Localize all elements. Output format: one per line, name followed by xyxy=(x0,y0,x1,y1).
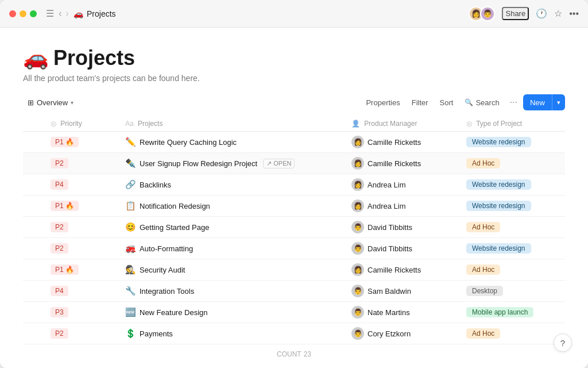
project-cell[interactable]: ✒️ User Signup Flow Redesign Project ↗ O… xyxy=(121,153,347,174)
priority-badge[interactable]: P1 🔥 xyxy=(51,137,79,147)
more-icon[interactable]: ••• xyxy=(569,9,579,19)
row-drag-icon[interactable]: ⠿ xyxy=(30,223,36,232)
table-row[interactable]: + ⠿ P4 🔧 Integration Tools 👨 Sam Baldwin… xyxy=(23,281,565,302)
search-button[interactable]: 🔍 Search xyxy=(460,96,504,109)
row-drag-icon[interactable]: ⠿ xyxy=(30,329,36,338)
pm-name[interactable]: Camille Ricketts xyxy=(368,138,421,147)
priority-badge[interactable]: P2 xyxy=(51,158,68,168)
project-name[interactable]: Notification Redesign xyxy=(140,202,210,210)
priority-badge[interactable]: P1 🔥 xyxy=(51,201,79,211)
new-button[interactable]: New ▾ xyxy=(523,94,565,110)
table-row[interactable]: + ⠿ P2 🚒 Auto-Formatting 👨 David Tibbitt… xyxy=(23,238,565,259)
table-row[interactable]: + ⠿ P1 🔥 🕵️ Security Audit 👩 Camille Ric… xyxy=(23,259,565,281)
project-cell[interactable]: 🔗 Backlinks xyxy=(121,174,347,195)
priority-badge[interactable]: P2 xyxy=(51,222,68,232)
project-cell[interactable]: 🚒 Auto-Formatting xyxy=(121,238,347,259)
pm-name[interactable]: David Tibbitts xyxy=(368,244,412,253)
table-row[interactable]: + ⠿ P1 🔥 ✏️ Rewrite Query Caching Logic … xyxy=(23,132,565,153)
pm-name[interactable]: Camille Ricketts xyxy=(368,266,421,274)
project-name[interactable]: Security Audit xyxy=(140,266,185,274)
star-icon[interactable]: ☆ xyxy=(554,8,562,19)
row-drag-icon[interactable]: ⠿ xyxy=(30,266,36,274)
table-row[interactable]: + ⠿ P2 💲 Payments 👨 Cory Etzkorn Ad Hoc xyxy=(23,323,565,344)
priority-badge[interactable]: P4 xyxy=(51,286,68,296)
project-name[interactable]: Rewrite Query Caching Logic xyxy=(140,138,237,147)
forward-button[interactable]: › xyxy=(65,7,69,20)
sort-button[interactable]: Sort xyxy=(435,96,458,109)
new-button-label[interactable]: New xyxy=(523,95,552,110)
project-cell[interactable]: 📋 Notification Redesign xyxy=(121,195,347,217)
project-cell[interactable]: ✏️ Rewrite Query Caching Logic xyxy=(121,132,347,153)
priority-badge[interactable]: P3 xyxy=(51,307,68,317)
pm-name[interactable]: Cory Etzkorn xyxy=(368,329,411,338)
row-add-icon[interactable]: + xyxy=(23,202,28,210)
row-drag-icon[interactable]: ⠿ xyxy=(30,244,36,253)
project-name[interactable]: User Signup Flow Redesign Project xyxy=(140,159,257,168)
new-button-chevron[interactable]: ▾ xyxy=(552,96,565,109)
project-cell[interactable]: 💲 Payments xyxy=(121,323,347,344)
row-add-icon[interactable]: + xyxy=(23,266,28,274)
back-button[interactable]: ‹ xyxy=(59,7,62,20)
share-button[interactable]: Share xyxy=(502,7,529,20)
clock-icon[interactable]: 🕐 xyxy=(536,8,547,19)
type-badge[interactable]: Website redesign xyxy=(466,179,531,190)
priority-badge[interactable]: P4 xyxy=(51,179,68,190)
row-drag-icon[interactable]: ⠿ xyxy=(30,287,36,296)
type-badge[interactable]: Website redesign xyxy=(466,137,531,147)
type-badge[interactable]: Ad Hoc xyxy=(466,264,500,275)
row-add-icon[interactable]: + xyxy=(23,223,28,232)
priority-badge[interactable]: P2 xyxy=(51,328,68,339)
row-drag-icon[interactable]: ⠿ xyxy=(30,138,36,147)
project-cell[interactable]: 🔧 Integration Tools xyxy=(121,281,347,302)
pm-name[interactable]: David Tibbitts xyxy=(368,223,412,232)
table-row[interactable]: + ⠿ P2 😊 Getting Started Page 👨 David Ti… xyxy=(23,217,565,238)
row-drag-icon[interactable]: ⠿ xyxy=(30,181,36,189)
priority-badge[interactable]: P1 🔥 xyxy=(51,264,79,275)
row-add-icon[interactable]: + xyxy=(23,308,28,317)
properties-button[interactable]: Properties xyxy=(361,96,404,109)
pm-name[interactable]: Camille Ricketts xyxy=(368,159,421,168)
project-cell[interactable]: 😊 Getting Started Page xyxy=(121,217,347,238)
type-badge[interactable]: Website redesign xyxy=(466,243,531,254)
project-name[interactable]: Payments xyxy=(140,329,173,338)
col-priority-header[interactable]: ◎ Priority xyxy=(46,116,121,132)
row-add-icon[interactable]: + xyxy=(23,287,28,296)
row-add-icon[interactable]: + xyxy=(23,181,28,189)
pm-name[interactable]: Andrea Lim xyxy=(368,181,405,189)
project-name[interactable]: New Feature Design xyxy=(140,308,208,317)
help-button[interactable]: ? xyxy=(554,334,572,352)
project-name[interactable]: Auto-Formatting xyxy=(140,244,193,253)
close-button[interactable] xyxy=(9,10,16,17)
project-name[interactable]: Getting Started Page xyxy=(140,223,209,232)
maximize-button[interactable] xyxy=(30,10,37,17)
type-badge[interactable]: Mobile app launch xyxy=(466,307,533,317)
more-options-button[interactable]: ··· xyxy=(506,95,521,110)
overview-button[interactable]: ⊞ Overview ▾ xyxy=(23,96,78,109)
priority-badge[interactable]: P2 xyxy=(51,243,68,254)
row-add-icon[interactable]: + xyxy=(23,329,28,338)
col-projects-header[interactable]: Aa Projects xyxy=(121,116,347,132)
pm-name[interactable]: Andrea Lim xyxy=(368,202,405,210)
open-badge[interactable]: ↗ OPEN xyxy=(263,159,295,168)
type-badge[interactable]: Ad Hoc xyxy=(466,222,500,232)
type-badge[interactable]: Website redesign xyxy=(466,201,531,211)
type-badge[interactable]: Desktop xyxy=(466,286,503,296)
table-row[interactable]: + ⠿ P1 🔥 📋 Notification Redesign 👩 Andre… xyxy=(23,195,565,217)
pm-name[interactable]: Sam Baldwin xyxy=(368,287,411,296)
menu-icon[interactable]: ☰ xyxy=(46,8,54,19)
pm-name[interactable]: Nate Martins xyxy=(368,308,410,317)
row-drag-icon[interactable]: ⠿ xyxy=(30,159,36,168)
type-badge[interactable]: Ad Hoc xyxy=(466,328,500,339)
project-cell[interactable]: 🆕 New Feature Design xyxy=(121,302,347,323)
row-add-icon[interactable]: + xyxy=(23,159,28,168)
minimize-button[interactable] xyxy=(20,10,26,17)
col-type-header[interactable]: ◎ Type of Project xyxy=(462,116,565,132)
filter-button[interactable]: Filter xyxy=(407,96,433,109)
table-row[interactable]: + ⠿ P4 🔗 Backlinks 👩 Andrea Lim Website … xyxy=(23,174,565,195)
project-cell[interactable]: 🕵️ Security Audit xyxy=(121,259,347,281)
table-row[interactable]: + ⠿ P2 ✒️ User Signup Flow Redesign Proj… xyxy=(23,153,565,174)
project-name[interactable]: Integration Tools xyxy=(140,287,194,296)
row-drag-icon[interactable]: ⠿ xyxy=(30,308,36,317)
type-badge[interactable]: Ad Hoc xyxy=(466,158,500,168)
table-row[interactable]: + ⠿ P3 🆕 New Feature Design 👨 Nate Marti… xyxy=(23,302,565,323)
